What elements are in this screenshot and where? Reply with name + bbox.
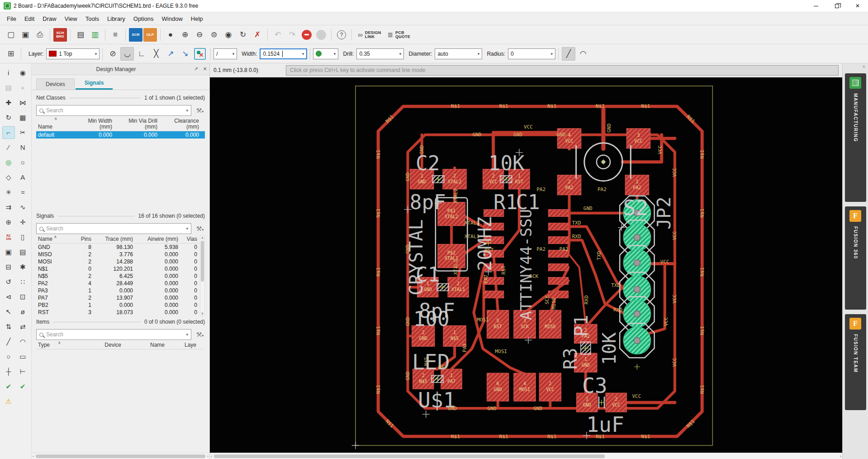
menu-draw[interactable]: Draw — [38, 14, 60, 24]
zoom-out-button[interactable]: ⊖ — [193, 28, 206, 42]
column-header[interactable]: Min Width (mm) — [72, 117, 114, 131]
tool-signal[interactable]: ⊕ — [2, 216, 15, 229]
table-row[interactable]: MISO23.7760.0000 — [36, 251, 199, 258]
column-header[interactable]: Trace (mm) — [93, 235, 135, 243]
tool-tag[interactable]: ⊲ — [2, 291, 15, 303]
tool-group[interactable]: ▦ — [16, 111, 29, 124]
table-row[interactable]: PB210.0000.0000 — [36, 301, 199, 309]
items-search-input[interactable]: Search ▾ — [36, 329, 191, 340]
column-header[interactable]: Laye — [166, 341, 198, 349]
tool-autorouter[interactable]: ⇉ — [2, 201, 15, 214]
scroll-right-icon[interactable]: › — [840, 454, 841, 459]
stop-button[interactable] — [302, 30, 312, 40]
tool-rotate[interactable]: ↻ — [2, 111, 15, 124]
delete-red-button[interactable]: ✗ — [251, 28, 264, 42]
menu-library[interactable]: Library — [103, 14, 129, 24]
diameter-select[interactable]: auto ▾ — [435, 48, 482, 59]
scroll-up-icon[interactable]: ∧ — [862, 64, 865, 69]
table-row[interactable]: N$526.4250.0000 — [36, 273, 199, 280]
tool-ripup[interactable]: ✂ — [16, 126, 29, 139]
net-classes-search-input[interactable]: Search ▾ — [36, 105, 191, 116]
table-row[interactable]: GND898.1305.9380 — [36, 244, 199, 251]
tool-arc[interactable]: ◠ — [16, 335, 29, 348]
tool-change[interactable]: ✱ — [16, 261, 29, 273]
zoom-redraw-button[interactable]: ◉ — [222, 28, 235, 42]
table-row[interactable]: PA2428.4490.0000 — [36, 280, 199, 287]
table-row[interactable]: PA310.0000.0000 — [36, 287, 199, 294]
tool-drc[interactable]: ✔ — [16, 380, 29, 393]
tool-circle[interactable]: ○ — [16, 156, 29, 169]
grid-button[interactable]: ⊞ — [4, 47, 18, 61]
save-button[interactable]: ▣ — [19, 28, 32, 42]
tool-polygon[interactable]: ◇ — [2, 171, 15, 184]
scroll-right-icon[interactable]: › — [207, 454, 209, 459]
via-shape-select[interactable]: ▾ — [313, 48, 338, 59]
tool-info[interactable]: i — [2, 67, 15, 79]
tool-align-vertical[interactable]: ⇅ — [2, 320, 15, 333]
tool-delete[interactable]: ⊟ — [2, 261, 15, 273]
go-button[interactable] — [316, 30, 326, 40]
close-panel-icon[interactable]: ✕ — [200, 66, 209, 72]
side-tab-manufacturing[interactable]: MANUFACTURING — [845, 73, 866, 202]
tool-lock[interactable]: ⊡ — [16, 291, 29, 303]
tool-resistor-smd[interactable]: R210k — [2, 231, 15, 244]
tool-move-group[interactable]: ↖ — [2, 306, 15, 318]
sch-brd-toggle-button[interactable]: SCHBRD — [53, 28, 67, 42]
column-header[interactable]: Pins — [71, 235, 93, 243]
menu-window[interactable]: Window — [158, 14, 187, 24]
tool-measure[interactable]: ⊢ — [16, 365, 29, 378]
panel-horizontal-scrollbar[interactable]: ‹ › — [32, 453, 209, 459]
run-script-button[interactable]: SCR — [129, 28, 142, 42]
minimize-button[interactable] — [806, 0, 826, 12]
miter-down-button[interactable]: ↘ — [178, 47, 192, 61]
tool-meander[interactable]: ∿ — [16, 201, 29, 214]
tool-text[interactable]: A — [16, 171, 29, 184]
wrench-icon[interactable]: ⚒▾ — [195, 225, 205, 232]
drill-select[interactable]: 0.35 ▾ — [356, 48, 404, 59]
pcb-quote-button[interactable]: ≣PCBQUOTE — [384, 28, 413, 42]
new-file-button[interactable]: ▢ — [4, 28, 18, 42]
tool-move[interactable]: ✚ — [2, 96, 15, 109]
tool-circle-2[interactable]: ○ — [2, 350, 15, 363]
tool-erc[interactable]: ✔ — [2, 380, 15, 393]
canvas-horizontal-scrollbar[interactable]: ‹ › — [210, 453, 842, 459]
miter-up-button[interactable]: ↗ — [164, 47, 177, 61]
tool-copy[interactable]: ▣ — [2, 246, 15, 258]
wire-bend-round-button[interactable]: ◡ — [120, 47, 134, 61]
column-header[interactable]: Device — [80, 341, 123, 349]
print-button[interactable]: ⎙ — [33, 28, 47, 42]
column-header[interactable]: Min Via Drill (mm) — [114, 117, 159, 131]
tool-dimension[interactable]: ┼ — [2, 365, 15, 378]
tool-split[interactable]: ∕ — [2, 141, 15, 154]
column-header[interactable]: Vias — [180, 235, 199, 243]
signals-search-input[interactable]: Search ▾ — [36, 223, 191, 234]
tool-line[interactable]: ╱ — [2, 335, 15, 348]
scroll-up-icon[interactable]: ∧ — [201, 236, 204, 240]
menu-edit[interactable]: Edit — [20, 14, 38, 24]
miter-straight-button[interactable]: ╱ — [562, 47, 575, 61]
wire-bend-none-button[interactable]: ⊘ — [106, 47, 119, 61]
design-link-button[interactable]: ∞DESIGNLINK — [355, 28, 384, 42]
column-header[interactable]: Airwire (mm) — [135, 235, 180, 243]
ripup-airwire-button[interactable]: ✕ — [194, 48, 206, 60]
tool-optimize[interactable]: ≈ — [16, 186, 29, 199]
column-header[interactable]: Name — [123, 341, 166, 349]
help-button[interactable]: ? — [335, 28, 348, 42]
table-row[interactable]: RST318.0730.0000 — [36, 309, 199, 316]
tool-ratsnest[interactable]: ✳ — [2, 186, 15, 199]
tool-errors[interactable]: ⚠ — [2, 395, 15, 408]
tool-route[interactable]: ⌐ — [2, 126, 15, 139]
table-row[interactable]: N$10120.2010.0000 — [36, 265, 199, 273]
tool-array[interactable]: ∷ — [16, 276, 29, 288]
side-tab-fusion-360[interactable]: F FUSION 360 — [845, 206, 866, 310]
run-ulp-button[interactable]: ULP — [143, 28, 157, 42]
width-input[interactable]: 0.1524 ▾ — [260, 48, 307, 59]
tool-display-layers[interactable]: ▤ — [2, 81, 15, 94]
menu-file[interactable]: File — [3, 14, 20, 24]
tool-mark[interactable]: + — [16, 81, 29, 94]
column-header[interactable]: Clearance (mm) — [159, 117, 201, 131]
tool-via[interactable]: ◎ — [2, 156, 15, 169]
menu-options[interactable]: Options — [129, 14, 158, 24]
scroll-left-icon[interactable]: ‹ — [211, 454, 212, 459]
zoom-in-button[interactable]: ⊕ — [178, 28, 192, 42]
